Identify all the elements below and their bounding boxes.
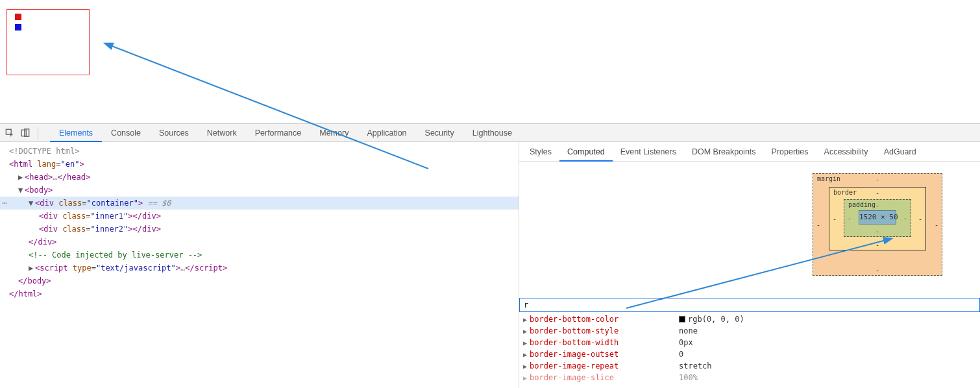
box-model-content[interactable]: 1520 × 50 <box>859 210 896 224</box>
bm-border-left: - <box>833 215 837 223</box>
tab-lighthouse[interactable]: Lighthouse <box>463 124 521 142</box>
side-tab-adguard[interactable]: AdGuard <box>876 142 924 162</box>
tab-elements[interactable]: Elements <box>50 124 102 142</box>
devtools-tabs: Elements Console Sources Network Perform… <box>50 124 521 142</box>
computed-prop-value: none <box>679 326 698 335</box>
dom-html-close[interactable]: </html> <box>0 287 519 300</box>
tab-console[interactable]: Console <box>102 124 150 142</box>
disclosure-triangle-icon[interactable]: ▶ <box>523 374 530 382</box>
bm-padding-bottom: - <box>876 228 879 235</box>
rendered-page-preview <box>0 0 980 123</box>
styles-side-panel: Styles Computed Event Listeners DOM Brea… <box>519 142 980 388</box>
box-model-diagram[interactable]: margin - - - - border - - - - padding <box>813 173 942 276</box>
box-model-padding-label: padding <box>848 201 876 208</box>
computed-prop-name: border-bottom-width <box>530 338 679 347</box>
inspect-element-icon[interactable] <box>4 127 16 139</box>
box-model-margin[interactable]: margin - - - - border - - - - padding <box>813 173 942 276</box>
dom-body-close[interactable]: </body> <box>0 274 519 287</box>
box-model-border-label: border <box>833 189 857 196</box>
preview-inner2-box <box>15 24 21 30</box>
computed-prop-name: border-image-outset <box>530 350 679 359</box>
side-tab-computed[interactable]: Computed <box>559 142 613 162</box>
disclosure-triangle-icon[interactable]: ▶ <box>523 363 530 370</box>
computed-prop-value: rgb(0, 0, 0) <box>679 315 744 324</box>
bm-padding-right: - <box>903 215 907 222</box>
computed-prop-name: border-image-slice <box>530 373 679 382</box>
computed-prop-row[interactable]: ▶ border-image-slice 100% <box>519 372 980 383</box>
side-tab-dom-breakpoints[interactable]: DOM Breakpoints <box>684 142 764 162</box>
toolbar-divider <box>38 127 38 139</box>
bm-margin-right: - <box>935 221 938 228</box>
disclosure-triangle-icon[interactable]: ▶ <box>523 328 530 335</box>
disclosure-triangle-icon[interactable]: ▶ <box>523 316 530 323</box>
tab-security[interactable]: Security <box>416 124 463 142</box>
bm-padding-top: - <box>876 202 879 209</box>
dom-container-selected[interactable]: ⋯▼<div class="container"> == $0 <box>0 197 519 210</box>
computed-prop-row[interactable]: ▶ border-bottom-color rgb(0, 0, 0) <box>519 313 980 325</box>
dom-inner2[interactable]: <div class="inner2"></div> <box>0 223 519 236</box>
elements-tree-panel[interactable]: <!DOCTYPE html> <html lang="en"> ▶<head>… <box>0 142 519 388</box>
dom-div-close[interactable]: </div> <box>0 236 519 249</box>
box-model-padding[interactable]: padding - - - - 1520 × 50 <box>844 199 911 237</box>
box-model-margin-label: margin <box>817 175 840 182</box>
dom-body-open[interactable]: ▼<body> <box>0 184 519 197</box>
computed-prop-value: 0 <box>679 350 683 359</box>
dom-inner1[interactable]: <div class="inner1"></div> <box>0 210 519 223</box>
computed-prop-row[interactable]: ▶ border-image-outset 0 <box>519 348 980 360</box>
disclosure-triangle-icon[interactable]: ▶ <box>523 351 530 358</box>
disclosure-triangle-icon[interactable]: ▶ <box>523 339 530 346</box>
dom-comment[interactable]: <!-- Code injected by live-server --> <box>0 249 519 261</box>
side-tab-event-listeners[interactable]: Event Listeners <box>613 142 684 162</box>
bm-padding-left: - <box>848 215 851 222</box>
computed-prop-name: border-bottom-style <box>530 326 679 335</box>
bm-margin-left: - <box>816 221 820 228</box>
computed-prop-row[interactable]: ▶ border-image-repeat stretch <box>519 360 980 372</box>
computed-properties-list[interactable]: ▶ border-bottom-color rgb(0, 0, 0) ▶ bor… <box>519 313 980 383</box>
side-tabs: Styles Computed Event Listeners DOM Brea… <box>519 142 980 162</box>
computed-prop-value: stretch <box>679 361 712 370</box>
computed-prop-row[interactable]: ▶ border-bottom-width 0px <box>519 337 980 348</box>
tab-performance[interactable]: Performance <box>246 124 311 142</box>
devtools-toolbar: Elements Console Sources Network Perform… <box>0 124 980 142</box>
computed-filter-row <box>519 298 980 312</box>
preview-inner1-box <box>15 14 21 20</box>
dom-script[interactable]: ▶<script type="text/javascript">…</scrip… <box>0 261 519 274</box>
computed-prop-row[interactable]: ▶ border-bottom-style none <box>519 325 980 337</box>
device-toggle-icon[interactable] <box>19 127 31 139</box>
dom-html-open[interactable]: <html lang="en"> <box>0 158 519 171</box>
dom-head[interactable]: ▶<head>…</head> <box>0 171 519 184</box>
side-tab-styles[interactable]: Styles <box>522 142 559 162</box>
color-swatch-icon[interactable] <box>679 316 685 322</box>
box-model-border[interactable]: border - - - - padding - - - - 15 <box>829 187 926 250</box>
side-tab-accessibility[interactable]: Accessibility <box>816 142 876 162</box>
tab-sources[interactable]: Sources <box>150 124 198 142</box>
bm-margin-bottom: - <box>876 267 879 274</box>
computed-filter-input[interactable] <box>519 298 980 312</box>
side-tab-properties[interactable]: Properties <box>764 142 816 162</box>
computed-prop-name: border-image-repeat <box>530 361 679 370</box>
dom-doctype[interactable]: <!DOCTYPE html> <box>9 147 79 156</box>
bm-border-right: - <box>918 215 922 223</box>
tab-application[interactable]: Application <box>358 124 415 142</box>
bm-border-bottom: - <box>876 241 879 249</box>
tab-network[interactable]: Network <box>198 124 246 142</box>
svg-rect-1 <box>21 130 26 136</box>
devtools-panel: Elements Console Sources Network Perform… <box>0 123 980 388</box>
tab-memory[interactable]: Memory <box>310 124 358 142</box>
computed-prop-value: 100% <box>679 373 698 382</box>
bm-margin-top: - <box>876 176 879 183</box>
computed-pane: margin - - - - border - - - - padding <box>519 162 980 388</box>
bm-border-top: - <box>876 189 879 197</box>
computed-prop-name: border-bottom-color <box>530 315 679 324</box>
computed-prop-value: 0px <box>679 338 693 347</box>
preview-container-box <box>6 9 90 75</box>
